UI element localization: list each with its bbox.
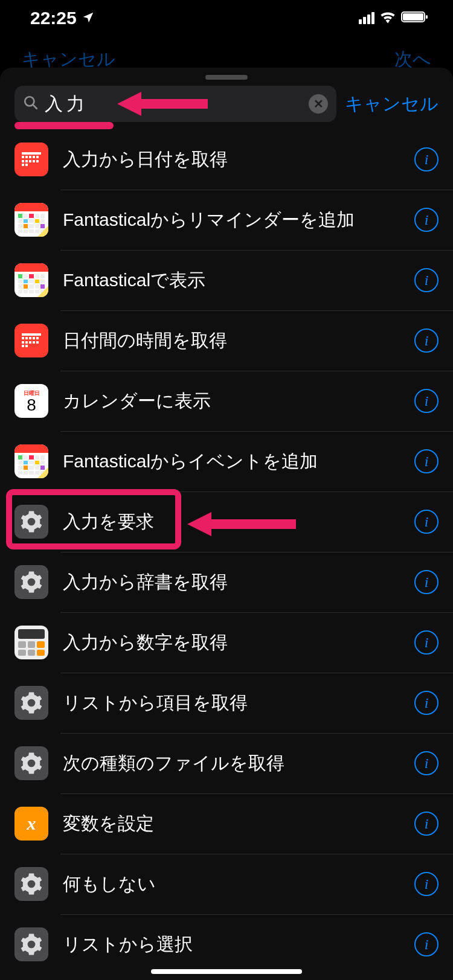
cancel-button[interactable]: キャンセル xyxy=(345,92,439,117)
status-time: 22:25 xyxy=(30,8,77,28)
info-button[interactable]: i xyxy=(414,510,439,534)
action-label: 何もしない xyxy=(63,872,414,897)
action-label: 入力から日付を取得 xyxy=(63,147,414,172)
calendar-day-icon: 日曜日8 xyxy=(14,384,48,418)
action-row[interactable]: 日曜日8 カレンダーに表示 i xyxy=(0,371,453,431)
calendar-icon xyxy=(14,143,48,176)
info-button[interactable]: i xyxy=(414,208,439,232)
action-row[interactable]: 入力から数字を取得 i xyxy=(0,612,453,673)
action-row[interactable]: 入力から日付を取得 i xyxy=(0,129,453,190)
action-row[interactable]: Fantasticalからイベントを追加 i xyxy=(0,431,453,492)
gear-icon xyxy=(14,565,48,599)
info-button[interactable]: i xyxy=(414,147,439,171)
action-label: カレンダーに表示 xyxy=(63,389,414,414)
svg-marker-5 xyxy=(117,92,208,116)
info-button[interactable]: i xyxy=(414,872,439,896)
fantastical-icon xyxy=(14,444,48,478)
annotation-arrow xyxy=(187,507,296,541)
gear-icon xyxy=(14,686,48,720)
battery-icon xyxy=(401,10,429,26)
action-label: リストから項目を取得 xyxy=(63,691,414,716)
search-icon xyxy=(23,95,39,113)
location-icon xyxy=(82,8,95,28)
home-indicator[interactable] xyxy=(151,969,302,974)
info-button[interactable]: i xyxy=(414,449,439,473)
gear-icon xyxy=(14,746,48,780)
info-button[interactable]: i xyxy=(414,812,439,836)
fantastical-icon xyxy=(14,203,48,237)
info-button[interactable]: i xyxy=(414,630,439,655)
gear-icon xyxy=(14,505,48,539)
calendar-icon xyxy=(14,324,48,357)
annotation-arrow xyxy=(117,87,208,121)
status-bar: 22:25 xyxy=(0,0,453,36)
calculator-icon xyxy=(14,626,48,659)
action-row[interactable]: リストから項目を取得 i xyxy=(0,673,453,733)
action-label: リストから選択 xyxy=(63,932,414,957)
action-row[interactable]: Fantasticalで表示 i xyxy=(0,250,453,310)
gear-icon xyxy=(14,927,48,961)
action-label: Fantasticalからリマインダーを追加 xyxy=(63,208,414,232)
variable-icon: x xyxy=(14,807,48,841)
action-label: 入力から辞書を取得 xyxy=(63,570,414,595)
info-button[interactable]: i xyxy=(414,328,439,353)
info-button[interactable]: i xyxy=(414,691,439,715)
action-row[interactable]: 入力から辞書を取得 i xyxy=(0,552,453,612)
fantastical-icon xyxy=(14,263,48,297)
action-row[interactable]: 次の種類のファイルを取得 i xyxy=(0,733,453,793)
info-button[interactable]: i xyxy=(414,751,439,775)
action-list: 入力から日付を取得 i Fantasticalからリマインダーを追加 i Fan… xyxy=(0,129,453,975)
clear-search-button[interactable]: ✕ xyxy=(309,94,328,114)
search-row: 入力 ✕ キャンセル xyxy=(0,86,453,129)
info-button[interactable]: i xyxy=(414,570,439,594)
svg-marker-6 xyxy=(187,512,296,536)
action-row[interactable]: 何もしない i xyxy=(0,854,453,914)
action-row[interactable]: x 変数を設定 i xyxy=(0,793,453,854)
annotation-underline xyxy=(14,122,114,129)
action-label: 入力から数字を取得 xyxy=(63,630,414,655)
sheet-grabber[interactable] xyxy=(205,75,248,80)
info-button[interactable]: i xyxy=(414,268,439,292)
svg-rect-1 xyxy=(403,13,423,21)
svg-rect-2 xyxy=(426,15,428,19)
info-button[interactable]: i xyxy=(414,932,439,956)
wifi-icon xyxy=(379,10,396,26)
action-label: Fantasticalで表示 xyxy=(63,268,414,293)
action-row[interactable]: 日付間の時間を取得 i xyxy=(0,310,453,371)
action-label: 日付間の時間を取得 xyxy=(63,328,414,353)
action-label: 変数を設定 xyxy=(63,812,414,836)
info-button[interactable]: i xyxy=(414,389,439,413)
svg-line-4 xyxy=(33,104,37,109)
action-row[interactable]: Fantasticalからリマインダーを追加 i xyxy=(0,190,453,250)
gear-icon xyxy=(14,867,48,901)
action-label: Fantasticalからイベントを追加 xyxy=(63,449,414,474)
cellular-icon xyxy=(359,12,374,24)
action-label: 次の種類のファイルを取得 xyxy=(63,751,414,776)
action-row[interactable]: リストから選択 i xyxy=(0,914,453,975)
